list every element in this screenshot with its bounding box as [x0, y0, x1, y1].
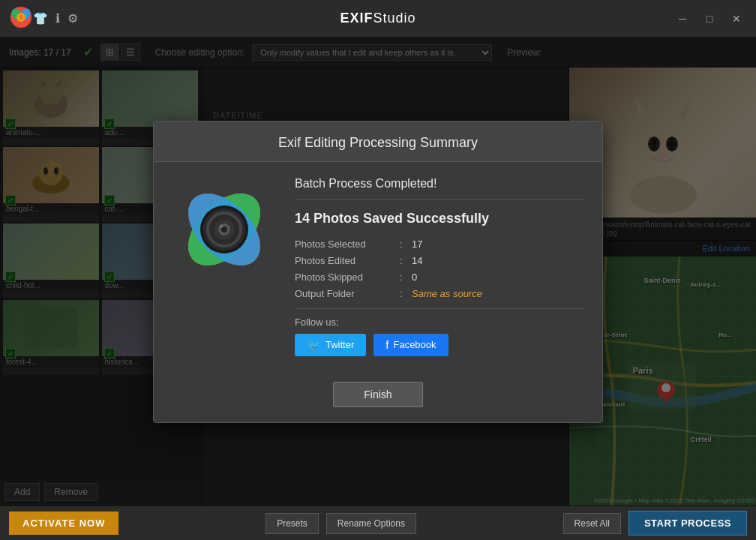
stat-label: Photos Skipped [295, 272, 400, 283]
stat-value-edited: 14 [412, 255, 422, 266]
close-button[interactable]: ✕ [726, 8, 747, 29]
modal-footer: Finish [154, 371, 602, 422]
settings-icon[interactable]: ⚙ [68, 11, 78, 26]
stat-label: Photos Edited [295, 255, 400, 266]
stat-value-selected: 17 [412, 238, 422, 250]
stat-colon: : [400, 238, 412, 250]
title-bar: EXIFStudio 👕 ℹ ⚙ ─ □ ✕ [0, 0, 756, 38]
shirt-icon[interactable]: 👕 [33, 11, 48, 26]
facebook-icon: f [386, 338, 388, 351]
twitter-button[interactable]: 🐦 Twitter [295, 334, 366, 356]
info-icon[interactable]: ℹ [56, 11, 60, 26]
activate-now-button[interactable]: ACTIVATE NOW [9, 512, 118, 535]
start-process-button[interactable]: START PROCESS [628, 511, 747, 536]
reset-all-button[interactable]: Reset All [563, 513, 621, 534]
finish-button[interactable]: Finish [333, 382, 422, 407]
bottom-bar: ACTIVATE NOW Presets Rename Options Rese… [0, 506, 756, 540]
title-icons: 👕 ℹ ⚙ [33, 11, 78, 26]
stat-row-skipped: Photos Skipped : 0 [295, 272, 584, 283]
facebook-button[interactable]: f Facebook [374, 334, 448, 356]
modal-content: Batch Process Completed! 14 Photos Saved… [295, 177, 584, 356]
presets-button[interactable]: Presets [266, 513, 319, 534]
app-logo [9, 5, 33, 32]
stat-colon: : [400, 288, 412, 299]
app-title: EXIFStudio [340, 10, 416, 26]
stat-value-skipped: 0 [412, 272, 417, 283]
modal-title: Exif Editing Processing Summary [172, 135, 584, 151]
photos-saved-text: 14 Photos Saved Successfully [295, 211, 584, 226]
rename-options-button[interactable]: Rename Options [326, 513, 416, 534]
exif-studio-logo [172, 177, 277, 282]
stat-label: Photos Selected [295, 238, 400, 250]
modal-body: Batch Process Completed! 14 Photos Saved… [154, 162, 602, 371]
window-controls: ─ □ ✕ [672, 8, 747, 29]
modal-header: Exif Editing Processing Summary [154, 122, 602, 162]
stat-label: Output Folder [295, 288, 400, 299]
follow-label: Follow us: [295, 316, 584, 328]
stat-row-output: Output Folder : Same as source [295, 288, 584, 299]
batch-completed-text: Batch Process Completed! [295, 177, 584, 200]
stat-value-output: Same as source [412, 288, 482, 299]
modal-overlay: Exif Editing Processing Summary [0, 38, 756, 506]
modal-divider [295, 308, 584, 309]
twitter-icon: 🐦 [307, 338, 321, 352]
stat-colon: : [400, 272, 412, 283]
stat-row-selected: Photos Selected : 17 [295, 238, 584, 250]
svg-point-5 [19, 15, 23, 20]
minimize-button[interactable]: ─ [672, 8, 693, 29]
svg-point-40 [220, 225, 223, 228]
social-buttons: 🐦 Twitter f Facebook [295, 334, 584, 356]
stat-colon: : [400, 255, 412, 266]
stat-row-edited: Photos Edited : 14 [295, 255, 584, 266]
processing-summary-modal: Exif Editing Processing Summary [153, 121, 603, 423]
maximize-button[interactable]: □ [699, 8, 720, 29]
